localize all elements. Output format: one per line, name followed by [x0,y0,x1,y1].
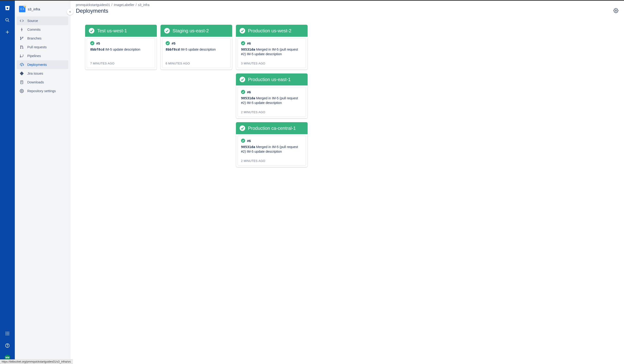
jira-icon [19,71,24,76]
download-icon [19,80,24,85]
sidebar-item-commits[interactable]: Commits [17,25,68,34]
svg-rect-10 [6,335,6,335]
build-card[interactable]: #698531da Merged in IM-5 (pull request #… [237,38,306,68]
environment-name: Production ca-central-1 [248,126,296,131]
sidebar-item-branches[interactable]: Branches [17,34,68,43]
environment-name: Production us-west-2 [248,28,291,33]
build-timestamp: 7 MINUTES AGO [90,58,152,65]
commit-icon [19,27,24,32]
svg-point-20 [23,37,23,38]
check-circle-icon [90,41,94,45]
environment-body: #698531da Merged in IM-5 (pull request #… [236,38,308,70]
breadcrumb-link[interactable]: ImageLabeller [114,3,134,7]
breadcrumb-separator: / [111,3,112,7]
check-circle-icon [241,41,245,45]
svg-point-18 [20,37,21,38]
sidebar-item-source[interactable]: Source [17,16,68,25]
repo-sidebar: 🔒 s3_infra Source Commits Branches Pull … [15,1,70,364]
build-number: #5 [172,41,176,45]
build-number: #6 [247,139,251,143]
environment-card[interactable]: Staging us-east-2#58bbf8cd IM-5 update d… [160,25,232,70]
build-timestamp: 2 MINUTES AGO [241,106,303,114]
gear-icon [19,89,24,93]
apps-icon[interactable] [5,331,10,336]
create-icon[interactable] [5,29,10,35]
sidebar-item-label: Deployments [27,63,47,67]
commit-hash[interactable]: 98531da [241,145,255,149]
environment-body: #58bbf8cd IM-5 update description6 MINUT… [160,38,232,70]
sidebar-item-pull-requests[interactable]: Pull requests [17,43,68,51]
main-content: pmmquickstartguides01 / ImageLabeller / … [70,1,624,364]
commit-hash[interactable]: 8bbf8cd [90,47,104,51]
commit-text: IM-5 update description [105,47,140,51]
sidebar-item-pipelines[interactable]: Pipelines [17,51,68,60]
sidebar-item-repository-settings[interactable]: Repository settings [17,87,68,95]
sidebar-item-label: Source [27,19,38,23]
commit-hash[interactable]: 98531da [241,96,255,100]
pipeline-icon [19,54,24,58]
page-title: Deployments [76,8,108,14]
svg-rect-11 [7,335,8,335]
svg-point-21 [20,46,21,46]
commit-message: 98531da Merged in IM-5 (pull request #2)… [241,96,303,105]
environment-card[interactable]: Production ca-central-1#698531da Merged … [236,122,308,167]
build-number: #6 [247,41,251,45]
svg-point-23 [23,48,23,48]
branch-icon [19,36,24,41]
repo-name: s3_infra [28,7,40,11]
deployment-column: Production us-west-2#698531da Merged in … [236,25,308,167]
page-settings-button[interactable] [613,8,619,14]
environment-card[interactable]: Production us-east-1#698531da Merged in … [236,73,308,118]
sidebar-item-downloads[interactable]: Downloads [17,78,68,87]
collapse-sidebar-button[interactable] [67,9,73,15]
deploy-icon [19,62,24,67]
svg-point-19 [20,39,21,40]
breadcrumb-link[interactable]: s3_infra [138,3,149,7]
environment-header: Production ca-central-1 [236,122,308,134]
sidebar-item-label: Commits [27,28,40,31]
build-card[interactable]: #698531da Merged in IM-5 (pull request #… [237,87,306,117]
build-number: #5 [96,41,100,45]
check-circle-icon [166,41,170,45]
breadcrumb-separator: / [135,3,136,7]
deployment-column: Test us-west-1#58bbf8cd IM-5 update desc… [85,25,157,70]
commit-hash[interactable]: 98531da [241,47,255,51]
sidebar-item-label: Repository settings [27,89,56,93]
environment-name: Staging us-east-2 [173,28,209,33]
build-timestamp: 3 MINUTES AGO [241,58,303,65]
breadcrumb: pmmquickstartguides01 / ImageLabeller / … [76,3,619,7]
environment-card[interactable]: Production us-west-2#698531da Merged in … [236,25,308,70]
sidebar-item-deployments[interactable]: Deployments [17,60,68,69]
environment-body: #58bbf8cd IM-5 update description7 MINUT… [85,38,157,70]
environment-body: #698531da Merged in IM-5 (pull request #… [236,87,308,118]
environment-body: #698531da Merged in IM-5 (pull request #… [236,136,308,167]
deployment-column: Staging us-east-2#58bbf8cd IM-5 update d… [160,25,232,70]
svg-rect-7 [6,333,6,334]
build-card[interactable]: #698531da Merged in IM-5 (pull request #… [237,136,306,166]
svg-rect-24 [20,72,24,75]
commit-message: 98531da Merged in IM-5 (pull request #2)… [241,145,303,154]
commit-message: 8bbf8cd IM-5 update description [166,47,227,52]
build-timestamp: 6 MINUTES AGO [166,58,227,65]
help-icon[interactable] [5,343,10,348]
commit-hash[interactable]: 8bbf8cd [166,47,180,51]
build-card[interactable]: #58bbf8cd IM-5 update description7 MINUT… [87,38,155,68]
svg-rect-5 [7,332,8,333]
check-circle-icon [240,77,245,82]
search-icon[interactable] [5,17,10,23]
svg-rect-6 [9,332,9,333]
build-number: #6 [247,90,251,94]
check-circle-icon [241,138,245,143]
global-nav: WM [0,1,15,364]
sidebar-item-jira-issues[interactable]: Jira issues [17,69,68,78]
sidebar-item-label: Pull requests [27,45,47,49]
build-card[interactable]: #58bbf8cd IM-5 update description6 MINUT… [162,38,231,68]
repo-header[interactable]: 🔒 s3_infra [17,5,68,16]
check-circle-icon [241,90,245,94]
breadcrumb-link[interactable]: pmmquickstartguides01 [76,3,110,7]
bitbucket-logo-icon[interactable] [5,5,10,11]
svg-rect-12 [9,335,9,335]
code-icon [19,19,24,23]
environment-name: Production us-east-1 [248,77,291,82]
environment-card[interactable]: Test us-west-1#58bbf8cd IM-5 update desc… [85,25,157,70]
